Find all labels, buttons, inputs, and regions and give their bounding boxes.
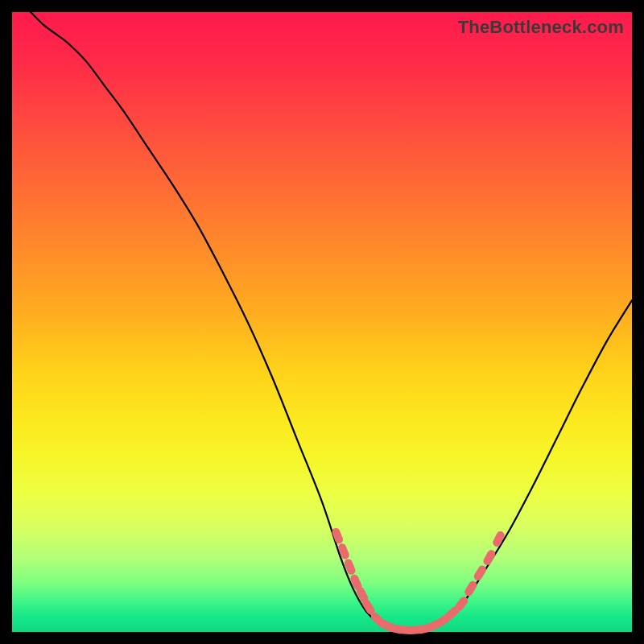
marker-group [331, 527, 506, 635]
chart-stage: TheBottleneck.com [0, 0, 644, 644]
curve-marker [343, 558, 357, 576]
plot-area: TheBottleneck.com [12, 12, 632, 632]
bottleneck-curve [31, 12, 632, 631]
curve-marker [463, 580, 478, 597]
curve-marker [482, 548, 497, 566]
curve-marker [473, 564, 488, 582]
curve-svg [12, 12, 632, 632]
